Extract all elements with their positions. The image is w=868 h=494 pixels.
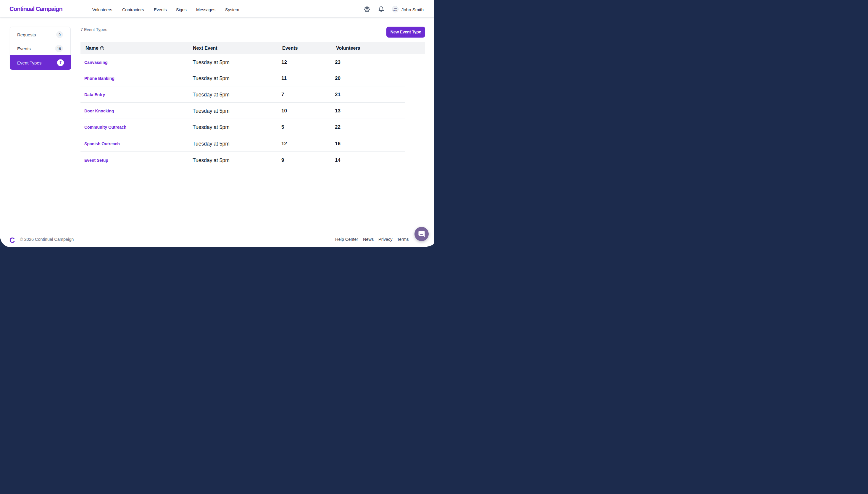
- svg-text:?: ?: [101, 46, 103, 50]
